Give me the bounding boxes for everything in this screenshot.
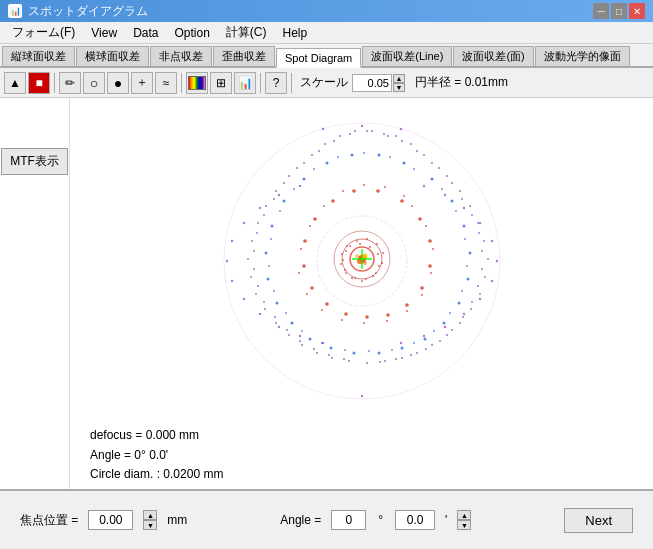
svg-point-222 <box>378 265 380 267</box>
svg-point-165 <box>365 315 369 319</box>
svg-point-176 <box>425 225 427 227</box>
toolbar-btn-chart[interactable]: 📊 <box>234 72 256 94</box>
tab-astigmatism[interactable]: 非点収差 <box>150 46 212 66</box>
scale-input-wrap: ▲ ▼ <box>352 74 405 92</box>
svg-point-56 <box>255 293 257 295</box>
svg-point-191 <box>363 184 365 186</box>
focus-up-button[interactable]: ▲ <box>143 510 157 520</box>
menu-calc[interactable]: 計算(C) <box>218 22 275 43</box>
toolbar-btn-filled-circle[interactable]: ● <box>107 72 129 94</box>
tab-spot-diagram[interactable]: Spot Diagram <box>276 48 361 68</box>
svg-point-214 <box>354 277 356 279</box>
svg-point-80 <box>477 285 479 287</box>
svg-point-27 <box>462 313 464 315</box>
menu-view[interactable]: View <box>83 22 125 43</box>
svg-point-192 <box>384 186 386 188</box>
svg-point-159 <box>418 217 422 221</box>
svg-point-162 <box>420 286 424 290</box>
toolbar-btn-color[interactable] <box>186 72 208 94</box>
svg-point-211 <box>381 262 383 264</box>
menu-option[interactable]: Option <box>166 22 217 43</box>
menu-help[interactable]: Help <box>275 22 316 43</box>
angle-spinner: ▲ ▼ <box>457 510 471 530</box>
angle-up-button[interactable]: ▲ <box>457 510 471 520</box>
svg-point-48 <box>366 362 368 364</box>
svg-point-183 <box>341 319 343 321</box>
svg-point-97 <box>253 268 255 270</box>
angle-input-2[interactable] <box>395 510 435 530</box>
toolbar-btn-question[interactable]: ? <box>265 72 287 94</box>
svg-point-170 <box>303 239 307 243</box>
svg-point-53 <box>288 334 290 336</box>
tab-wavefront-surface[interactable]: 波面収差(面) <box>453 46 533 66</box>
svg-point-71 <box>410 143 412 145</box>
tab-horizontal-aberration[interactable]: 横球面収差 <box>76 46 149 66</box>
svg-point-134 <box>441 188 443 190</box>
radius-label: 円半径 = 0.01mm <box>415 74 508 91</box>
svg-point-175 <box>411 205 413 207</box>
svg-point-9 <box>360 125 362 127</box>
svg-point-182 <box>363 322 365 324</box>
svg-point-47 <box>384 360 386 362</box>
toolbar-btn-circle[interactable]: ○ <box>83 72 105 94</box>
scale-input[interactable] <box>352 74 392 92</box>
svg-point-29 <box>490 280 492 282</box>
svg-point-83 <box>451 329 453 331</box>
diagram-canvas: /* dots via circles below */ <box>70 103 653 429</box>
angle-down-button[interactable]: ▼ <box>457 520 471 530</box>
focus-input[interactable] <box>88 510 133 530</box>
angle-input-1[interactable] <box>331 510 366 530</box>
svg-point-141 <box>413 342 415 344</box>
app-icon: 📊 <box>8 4 22 18</box>
scale-up-button[interactable]: ▲ <box>393 74 405 83</box>
svg-point-149 <box>268 265 270 267</box>
svg-point-150 <box>270 238 272 240</box>
svg-point-205 <box>363 261 367 265</box>
focus-down-button[interactable]: ▼ <box>143 520 157 530</box>
toolbar-btn-2[interactable]: ■ <box>28 72 50 94</box>
svg-point-106 <box>339 135 341 137</box>
toolbar-btn-wave[interactable]: ≈ <box>155 72 177 94</box>
svg-point-31 <box>416 150 418 152</box>
tab-wavefront-line[interactable]: 波面収差(Line) <box>362 46 452 66</box>
maximize-button[interactable]: □ <box>611 3 627 19</box>
toolbar-btn-1[interactable]: ▲ <box>4 72 26 94</box>
svg-point-60 <box>257 222 259 224</box>
svg-point-218 <box>349 245 351 247</box>
svg-point-69 <box>383 133 385 135</box>
svg-point-99 <box>256 232 258 234</box>
tab-optical-surface[interactable]: 波動光学的像面 <box>535 46 630 66</box>
menu-form[interactable]: フォーム(F) <box>4 22 83 43</box>
svg-point-110 <box>430 178 433 181</box>
scale-down-button[interactable]: ▼ <box>393 83 405 92</box>
svg-point-86 <box>410 354 412 356</box>
svg-point-2 <box>495 260 497 262</box>
svg-point-144 <box>344 349 346 351</box>
next-button[interactable]: Next <box>564 508 633 533</box>
mtf-button[interactable]: MTF表示 <box>1 148 68 175</box>
svg-point-16 <box>225 260 227 262</box>
svg-point-42 <box>459 322 461 324</box>
svg-point-204 <box>355 254 359 258</box>
svg-point-103 <box>296 167 298 169</box>
svg-point-79 <box>481 268 483 270</box>
menu-data[interactable]: Data <box>125 22 166 43</box>
toolbar-btn-plus[interactable]: ＋ <box>131 72 153 94</box>
svg-point-26 <box>443 326 445 328</box>
minimize-button[interactable]: ─ <box>593 3 609 19</box>
tab-vertical-aberration[interactable]: 縦球面収差 <box>2 46 75 66</box>
tab-distortion[interactable]: 歪曲収差 <box>213 46 275 66</box>
info-angle: Angle = 0° 0.0' <box>90 446 223 465</box>
close-button[interactable]: ✕ <box>629 3 645 19</box>
svg-point-163 <box>405 303 409 307</box>
toolbar-btn-pencil[interactable]: ✏ <box>59 72 81 94</box>
svg-point-81 <box>471 301 473 303</box>
svg-point-208 <box>366 238 368 240</box>
svg-point-189 <box>323 205 325 207</box>
svg-point-142 <box>391 349 393 351</box>
core-dots <box>334 231 390 287</box>
toolbar-btn-grid[interactable]: ⊞ <box>210 72 232 94</box>
diagram-info: defocus = 0.000 mm Angle = 0° 0.0' Circl… <box>90 426 223 484</box>
svg-point-160 <box>428 239 432 243</box>
svg-point-68 <box>366 130 368 132</box>
